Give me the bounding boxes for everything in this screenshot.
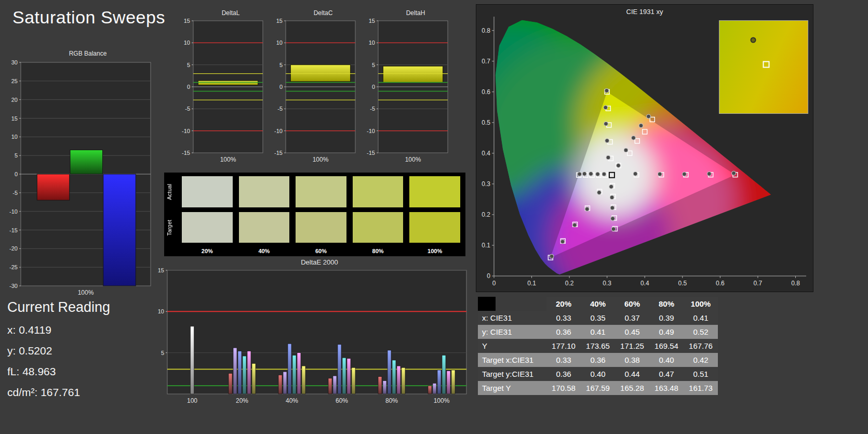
svg-text:5: 5: [187, 62, 190, 68]
deltaE-bar: [288, 344, 291, 394]
deltaE-bar: [447, 371, 450, 394]
table-cell: 0.36: [546, 367, 581, 381]
svg-text:100: 100: [187, 397, 197, 404]
deltaE-bar: [347, 359, 351, 394]
svg-text:-5: -5: [370, 106, 375, 112]
table-cell: 161.73: [684, 381, 718, 395]
table-cell: 0.49: [649, 325, 684, 339]
svg-text:100%: 100%: [220, 156, 236, 163]
svg-text:10: 10: [158, 308, 164, 314]
swatch-actual-80%: [353, 176, 404, 207]
svg-text:0.3: 0.3: [482, 180, 490, 188]
table-cell: 0.35: [581, 311, 615, 325]
reading-x: x: 0.4119: [7, 324, 110, 336]
svg-text:10: 10: [11, 134, 18, 140]
svg-text:-15: -15: [274, 150, 283, 156]
table-cell: 171.25: [615, 339, 649, 353]
svg-text:10: 10: [369, 40, 375, 46]
deltaL-title: DeltaL: [175, 9, 268, 17]
svg-text:0.1: 0.1: [527, 280, 536, 287]
table-cell: 163.48: [649, 381, 684, 395]
svg-text:0.2: 0.2: [565, 280, 574, 287]
table-row-label: Target x:CIE31: [478, 353, 546, 367]
svg-text:15: 15: [158, 267, 164, 273]
table-cell: 0.41: [684, 311, 718, 325]
svg-text:-5: -5: [277, 106, 283, 112]
table-cell: 0.40: [649, 353, 684, 367]
bar-red: [37, 174, 70, 200]
table-corner-marker: [478, 297, 496, 311]
saturation-sweeps-page: Saturation Sweeps RGB Balance -30-25-20-…: [0, 0, 868, 434]
rgb-balance-title: RGB Balance: [3, 50, 155, 57]
swatch-actual-20%: [182, 176, 233, 207]
rgb-balance-plot: -30-25-20-15-10-5051015202530100%: [3, 58, 155, 298]
svg-text:5: 5: [372, 62, 375, 68]
swatch-col-label: 80%: [353, 247, 404, 255]
svg-text:100%: 100%: [78, 289, 94, 296]
svg-text:-10: -10: [182, 128, 190, 134]
table-cell: 0.45: [615, 325, 649, 339]
table-row-label: x: CIE31: [478, 311, 546, 325]
svg-text:-5: -5: [185, 106, 190, 112]
svg-text:5: 5: [279, 62, 283, 68]
svg-text:20%: 20%: [236, 397, 248, 404]
table-cell: 0.33: [546, 311, 581, 325]
svg-text:15: 15: [276, 18, 283, 24]
table-cell: 165.28: [615, 381, 649, 395]
table-col-header: 40%: [581, 297, 615, 311]
swatch-target-100%: [409, 212, 460, 243]
rgb-balance-chart: RGB Balance -30-25-20-15-10-505101520253…: [3, 50, 155, 300]
table-row-label: Target y:CIE31: [478, 367, 546, 381]
deltaE-bar: [392, 360, 396, 394]
table-cell: 0.38: [615, 353, 649, 367]
svg-text:0.8: 0.8: [482, 27, 490, 34]
swatch-target-80%: [353, 212, 404, 243]
svg-text:10: 10: [184, 40, 190, 46]
svg-text:30: 30: [11, 59, 18, 65]
table-body: x: CIE310.330.350.370.390.41y: CIE310.36…: [478, 311, 718, 395]
bar-green: [70, 150, 103, 174]
svg-text:-25: -25: [9, 264, 18, 270]
deltaE-bar: [283, 372, 287, 394]
svg-text:20: 20: [11, 97, 18, 103]
table-cell: 0.39: [649, 311, 684, 325]
table-col-header: 20%: [546, 297, 581, 311]
svg-text:5: 5: [161, 350, 164, 356]
deltaE-bar: [352, 367, 355, 394]
readings-table: 20%40%60%80%100% x: CIE310.330.350.370.3…: [478, 297, 718, 395]
deltaE2000-title: DeltaE 2000: [152, 258, 472, 266]
table-cell: 0.52: [684, 325, 718, 339]
deltaE-bar: [437, 370, 441, 394]
svg-text:60%: 60%: [336, 397, 348, 404]
deltaE-bar: [278, 375, 282, 394]
table-cell: 0.40: [581, 367, 615, 381]
deltaE-bar: [302, 366, 305, 394]
svg-text:5: 5: [15, 152, 18, 159]
deltaE-bar: [243, 356, 246, 394]
swatch-col-label: 100%: [409, 247, 460, 255]
svg-text:0.4: 0.4: [640, 280, 649, 287]
table-col-header: 60%: [615, 297, 649, 311]
svg-text:-15: -15: [182, 150, 190, 156]
deltaE-bar: [342, 358, 346, 394]
table-cell: 177.10: [546, 339, 581, 353]
svg-text:100%: 100%: [313, 156, 329, 163]
table-cell: 0.41: [581, 325, 615, 339]
swatch-target-60%: [296, 212, 346, 243]
deltaH-chart: DeltaH -15-10-5051015100%: [359, 9, 453, 167]
svg-text:15: 15: [11, 115, 18, 122]
svg-text:0.1: 0.1: [482, 242, 490, 249]
deltaE-bar: [247, 351, 251, 394]
svg-text:0.5: 0.5: [678, 280, 687, 287]
svg-text:-15: -15: [367, 150, 375, 156]
swatch-grid: ActualTarget20%40%60%80%100%: [166, 176, 460, 255]
deltaL-chart: DeltaL -15-10-5051015100%: [175, 9, 268, 167]
deltaE-bar: [428, 386, 432, 394]
svg-text:0.2: 0.2: [482, 211, 490, 218]
table-row: Target x:CIE310.330.360.380.400.42: [478, 353, 718, 367]
deltaE-bar: [451, 370, 455, 394]
inset-target-square: [763, 61, 770, 68]
table-row-label: y: CIE31: [478, 325, 546, 339]
deltaE-bar: [383, 381, 386, 394]
table-row-label: Target Y: [478, 381, 546, 395]
